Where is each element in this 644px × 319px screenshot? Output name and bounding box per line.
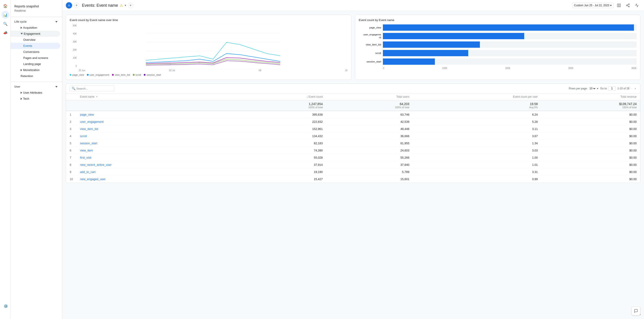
rows-per-page-select[interactable]: 10 25 50 xyxy=(588,87,596,90)
event-name-link[interactable]: user_engagement xyxy=(80,120,104,123)
col-event-count[interactable]: ↓ Event count xyxy=(232,93,326,100)
x-label-25jun: 25 Jun xyxy=(78,69,85,72)
home-icon-btn[interactable]: 🏠 xyxy=(1,2,10,10)
event-name-link[interactable]: new_engaged_user xyxy=(80,177,106,181)
row-num: 4 xyxy=(66,133,76,140)
line-chart-title: Event count by Event name over time xyxy=(70,18,348,22)
legend-scroll: scroll xyxy=(133,74,141,76)
x-axis: 25 Jun 02 Jul 09 16 xyxy=(78,69,348,72)
add-event-btn[interactable]: + xyxy=(128,3,133,8)
next-page-btn[interactable]: › xyxy=(634,87,636,91)
tech-expand-icon xyxy=(20,98,22,100)
sidebar-item-acquisition[interactable]: Acquisition xyxy=(11,25,60,31)
lifecycle-label: Life cycle xyxy=(14,20,27,23)
warning-icon: ⚠ xyxy=(120,3,123,8)
sidebar-item-monetization[interactable]: Monetization xyxy=(11,67,60,73)
search-input[interactable] xyxy=(76,87,112,90)
event-name-link[interactable]: first_visit xyxy=(80,156,91,159)
sidebar-item-user-attributes[interactable]: User Attributes xyxy=(11,90,60,96)
event-name-link[interactable]: session_start xyxy=(80,142,97,145)
col-event-count-label: Event count xyxy=(308,95,323,98)
user-section-header[interactable]: User xyxy=(11,84,62,90)
row-event-count: 134,432 xyxy=(232,133,326,140)
row-event-name: view_item_list xyxy=(76,125,232,133)
col-event-count-per-user[interactable]: Event count per user xyxy=(413,93,542,100)
sidebar-item-pages[interactable]: Pages and screens xyxy=(11,55,60,61)
row-revenue: $0.00 xyxy=(541,161,640,168)
legend-view-item-list: view_item_list xyxy=(112,74,130,76)
row-revenue: $0.00 xyxy=(541,140,640,147)
chat-btn[interactable] xyxy=(632,306,640,315)
search-icon-btn[interactable]: 🔍 xyxy=(1,20,10,28)
row-revenue: $0.00 xyxy=(541,154,640,161)
col-event-name-label: Event name xyxy=(80,95,94,98)
y-label-30k: 30K xyxy=(73,41,77,43)
legend-dot-view-item-list xyxy=(112,74,114,76)
advertising-icon-btn[interactable]: 📣 xyxy=(1,29,10,37)
totals-total-users: 64,203 100% of total xyxy=(326,100,413,111)
table-row: 2 user_engagement 222,832 42,539 5.28 $0… xyxy=(66,118,640,125)
user-attributes-label: User Attributes xyxy=(23,91,42,94)
row-epu: 3.03 xyxy=(413,147,542,154)
bar-chart-title: Event count by Event name xyxy=(359,18,636,22)
event-name-link[interactable]: view_item_list xyxy=(80,127,98,131)
prev-page-btn[interactable]: ‹ xyxy=(630,87,633,91)
settings-item[interactable]: ⚙️ xyxy=(11,302,52,310)
table-row: 10 new_engaged_user 15,427 15,601 0.99 $… xyxy=(66,176,640,183)
analytics-icon-btn[interactable]: 📊 xyxy=(1,11,10,19)
svg-rect-0 xyxy=(617,4,618,7)
col-total-users[interactable]: Total users xyxy=(326,93,413,100)
bar-label-page-view: page_view xyxy=(359,26,381,29)
bar-row-view-item-list: view_item_list xyxy=(359,42,636,48)
bar-fill-view-item-list xyxy=(383,42,480,48)
date-range-picker[interactable]: Custom Jun 25 - Jul 22, 2023 ▾ xyxy=(572,3,614,8)
sidebar-item-engagement[interactable]: Engagement xyxy=(11,31,60,37)
sidebar-item-events[interactable]: Events xyxy=(11,43,60,49)
settings-icon-btn[interactable] xyxy=(633,2,640,9)
compare-icon-btn[interactable] xyxy=(615,2,622,9)
realtime-label[interactable]: Realtime xyxy=(14,9,58,14)
event-name-link[interactable]: page_view xyxy=(80,113,94,116)
y-label-50k: 50K xyxy=(73,25,77,27)
date-range-value: Jun 25 - Jul 22, 2023 xyxy=(584,4,609,7)
event-name-link[interactable]: scroll xyxy=(80,134,87,138)
event-name-link[interactable]: add_to_cart xyxy=(80,170,96,174)
row-epu: 6.24 xyxy=(413,111,542,118)
add-comparison-btn[interactable]: + xyxy=(74,3,79,8)
user-label: User xyxy=(14,85,20,88)
bar-row-scroll: scroll xyxy=(359,50,636,56)
sidebar-item-conversions[interactable]: Conversions xyxy=(11,49,60,55)
sidebar-item-overview[interactable]: Overview xyxy=(11,37,60,43)
row-event-count: 19,190 xyxy=(232,168,326,176)
row-revenue: $0.00 xyxy=(541,176,640,183)
bar-container-user-engagement xyxy=(383,33,636,39)
row-revenue: $0.00 xyxy=(541,168,640,176)
line-chart-svg xyxy=(78,25,348,69)
legend-label-session-start: session_start xyxy=(146,74,161,76)
svg-line-6 xyxy=(627,5,628,5)
bar-fill-session-start xyxy=(383,59,435,65)
bar-label-scroll: scroll xyxy=(359,52,381,55)
monetization-label: Monetization xyxy=(23,68,40,72)
add-column-btn[interactable]: + xyxy=(96,95,98,98)
event-name-link[interactable]: new_recent_active_user xyxy=(80,163,112,166)
share-icon-btn[interactable] xyxy=(624,2,632,9)
bar-row-page-view: page_view xyxy=(359,25,636,31)
col-event-name: Event name + xyxy=(76,93,232,100)
sidebar-item-retention[interactable]: Retention xyxy=(11,73,60,79)
go-to-input[interactable] xyxy=(608,86,616,91)
lifecycle-header[interactable]: Life cycle xyxy=(11,19,62,25)
search-box[interactable]: 🔍 xyxy=(70,86,114,91)
title-dropdown-icon[interactable]: ▾ xyxy=(125,4,126,7)
sidebar-item-tech[interactable]: Tech xyxy=(11,96,60,102)
event-name-link[interactable]: view_item xyxy=(80,149,93,152)
col-total-revenue[interactable]: Total revenue xyxy=(541,93,640,100)
legend-dot-scroll xyxy=(133,74,134,76)
bar-row-user-engagement: user_engagement xyxy=(359,33,636,39)
row-event-count: 82,183 xyxy=(232,140,326,147)
reports-snapshot-label[interactable]: Reports snapshot xyxy=(14,3,58,9)
row-epu: 1.01 xyxy=(413,161,542,168)
sidebar-item-landing[interactable]: Landing page xyxy=(11,61,60,67)
svg-point-2 xyxy=(628,4,630,5)
rows-per-page: Rows per page: 10 25 50 ▾ xyxy=(569,87,598,90)
